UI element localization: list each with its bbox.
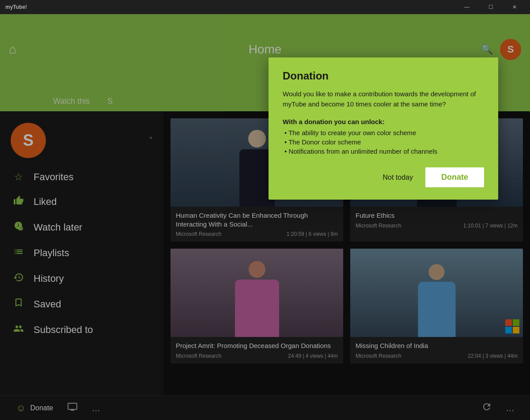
not-today-button[interactable]: Not today [371, 168, 425, 187]
donation-bullet-2: • The Donor color scheme [283, 138, 484, 146]
donation-title: Donation [283, 70, 484, 82]
donation-dialog: Donation Would you like to make a contri… [269, 57, 498, 200]
donate-button[interactable]: Donate [425, 167, 484, 187]
donation-unlock-title: With a donation you can unlock: [283, 118, 484, 125]
donation-bullet-3: • Notifications from an unlimited number… [283, 148, 484, 155]
donation-bullet-1: • The ability to create your own color s… [283, 129, 484, 136]
dialog-overlay: Donation Would you like to make a contri… [0, 0, 530, 420]
donation-body: Would you like to make a contribution to… [283, 89, 484, 109]
donation-actions: Not today Donate [283, 167, 484, 187]
